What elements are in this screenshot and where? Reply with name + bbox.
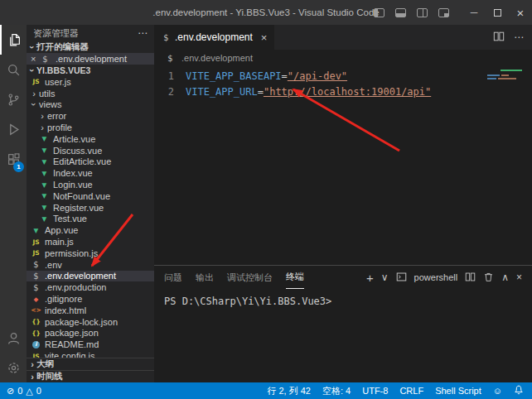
tree-item-main.js[interactable]: JSmain.js (27, 236, 154, 248)
close-tab-icon[interactable]: × (261, 31, 268, 44)
tree-item-profile[interactable]: ›profile (27, 122, 154, 133)
outline-section-header[interactable]: › 大纲 (27, 358, 154, 370)
close-icon[interactable]: × (31, 54, 38, 64)
open-editors-header[interactable]: › 打开的编辑器 (27, 41, 154, 53)
toggle-secondary-sidebar-icon[interactable] (417, 8, 428, 17)
tree-item-discuss.vue[interactable]: ▼Discuss.vue (27, 145, 154, 156)
tree-item-index.html[interactable]: <>index.html (27, 305, 154, 316)
tree-item-label: Register.vue (53, 203, 104, 213)
new-terminal-icon[interactable]: + (366, 271, 374, 285)
open-editor-item[interactable]: × $ .env.development (27, 53, 154, 65)
tree-item-register.vue[interactable]: ▼Register.vue (27, 202, 154, 214)
env-variable-value: "http://localhost:19001/api" (264, 84, 431, 100)
tab-env-development[interactable]: $ .env.development × (154, 25, 274, 50)
code-line-1[interactable]: 1VITE_APP_BASEAPI="/api-dev" (154, 69, 532, 84)
more-actions-icon[interactable]: ⋯ (138, 27, 148, 39)
kill-terminal-icon[interactable] (483, 272, 494, 284)
tree-item-package-lock.json[interactable]: {}package-lock.json (27, 316, 154, 328)
source-control-activity-button[interactable] (0, 84, 27, 114)
warning-count: 0 (36, 386, 41, 396)
encoding-status[interactable]: UTF-8 (362, 386, 388, 396)
breadcrumb-file: .env.development (181, 53, 253, 63)
tree-item-vite.config.js[interactable]: JSvite.config.js (27, 350, 154, 358)
toggle-sidebar-icon[interactable] (374, 8, 384, 17)
minimap-line (501, 75, 509, 76)
tree-item-user.js[interactable]: JSuser.js (27, 76, 154, 88)
settings-button[interactable] (0, 353, 27, 382)
editor-tab-bar: $ .env.development × ⋯ (154, 25, 532, 50)
code-line-2[interactable]: 2VITE_APP_URL="http://localhost:19001/ap… (154, 84, 532, 100)
code-editor[interactable]: 1VITE_APP_BASEAPI="/api-dev"2VITE_APP_UR… (154, 66, 532, 265)
vue-file-icon: ▼ (40, 147, 49, 154)
panel-tab-0[interactable]: 问题 (164, 266, 182, 289)
panel-tab-3[interactable]: 终端 (286, 266, 304, 289)
tree-item-.gitignore[interactable]: ◆.gitignore (27, 293, 154, 305)
tree-item-label: Article.vue (53, 134, 95, 144)
tree-item-notfound.vue[interactable]: ▼NotFound.vue (27, 190, 154, 202)
tree-item-views[interactable]: ›views (27, 99, 154, 111)
indentation-status[interactable]: 空格: 4 (322, 385, 351, 397)
search-activity-button[interactable] (0, 55, 27, 84)
file-tree: JSuser.js›utils›views›error›profile▼Arti… (27, 76, 154, 358)
timeline-section-header[interactable]: › 时间线 (27, 370, 154, 382)
chevron-down-icon[interactable]: ∨ (381, 272, 389, 283)
customize-layout-icon[interactable] (438, 8, 449, 17)
error-icon: ⊘ (7, 386, 14, 397)
tree-item-utils[interactable]: ›utils (27, 88, 154, 99)
env-variable-name: VITE_APP_BASEAPI (186, 69, 282, 84)
cursor-position[interactable]: 行 2, 列 42 (267, 385, 311, 397)
tree-item-label: permission.js (45, 248, 98, 258)
problems-status[interactable]: ⊘ 0 △ 0 (7, 386, 41, 397)
tree-item-package.json[interactable]: {}package.json (27, 328, 154, 339)
breadcrumb[interactable]: $ .env.development (154, 50, 532, 66)
minimap[interactable] (487, 69, 522, 94)
panel-actions: + ∨ powershell (366, 266, 522, 289)
status-bar: ⊘ 0 △ 0 行 2, 列 42 空格: 4 UTF-8 CRLF Shell… (0, 382, 532, 399)
maximize-panel-icon[interactable]: ∧ (501, 272, 509, 283)
explorer-activity-button[interactable] (0, 25, 27, 55)
terminal-content[interactable]: PS D:\CSharp\Yi\Yi.BBS.Vue3> (154, 289, 532, 382)
feedback-smiley-icon[interactable]: ☺ (493, 386, 502, 396)
tree-item-.env.production[interactable]: $.env.production (27, 281, 154, 293)
tree-item-test.vue[interactable]: ▼Test.vue (27, 214, 154, 225)
run-debug-activity-button[interactable] (0, 114, 27, 144)
maximize-button[interactable] (486, 0, 509, 25)
split-terminal-icon[interactable] (465, 272, 476, 284)
tree-item-error[interactable]: ›error (27, 110, 154, 122)
tree-item-.env[interactable]: $.env (27, 259, 154, 271)
close-window-button[interactable]: × (509, 0, 532, 25)
terminal-prompt: PS D:\CSharp\Yi\Yi.BBS.Vue3> (164, 296, 331, 307)
chevron-right-icon: › (38, 123, 46, 132)
tree-item-permission.js[interactable]: JSpermission.js (27, 248, 154, 259)
tree-item-article.vue[interactable]: ▼Article.vue (27, 133, 154, 145)
extensions-activity-button[interactable]: 1 (0, 144, 27, 174)
tree-item-editarticle.vue[interactable]: ▼EditArticle.vue (27, 156, 154, 168)
vue-file-icon: ▼ (40, 204, 49, 211)
json-file-icon: {} (31, 318, 41, 325)
split-editor-icon[interactable] (493, 31, 505, 45)
tree-item-readme.md[interactable]: iREADME.md (27, 339, 154, 350)
minimize-button[interactable]: ─ (462, 0, 486, 25)
main-area: 1 资源管理器 ⋯ (0, 25, 532, 382)
project-folder-header[interactable]: › YI.BBS.VUE3 (27, 65, 154, 76)
shell-name[interactable]: powershell (414, 272, 458, 282)
chevron-down-icon: › (27, 43, 37, 51)
tree-item-app.vue[interactable]: ▼App.vue (27, 224, 154, 236)
tree-item-label: .env.development (45, 271, 116, 281)
panel-tab-1[interactable]: 输出 (196, 266, 214, 289)
maximize-icon (494, 9, 501, 17)
more-actions-icon[interactable]: ⋯ (514, 31, 524, 43)
minimap-line (487, 75, 500, 76)
tree-item-.env.development[interactable]: $.env.development (27, 271, 154, 282)
html-file-icon: <> (31, 306, 41, 314)
js-file-icon: JS (31, 238, 41, 246)
account-button[interactable] (0, 323, 27, 353)
language-mode[interactable]: Shell Script (435, 386, 481, 396)
notifications-bell-icon[interactable] (514, 385, 524, 397)
tree-item-index.vue[interactable]: ▼Index.vue (27, 167, 154, 179)
panel-tab-2[interactable]: 调试控制台 (227, 266, 273, 289)
eol-status[interactable]: CRLF (399, 386, 423, 396)
toggle-panel-icon[interactable] (395, 8, 406, 17)
tree-item-login.vue[interactable]: ▼Login.vue (27, 179, 154, 190)
close-panel-icon[interactable]: × (516, 272, 522, 283)
